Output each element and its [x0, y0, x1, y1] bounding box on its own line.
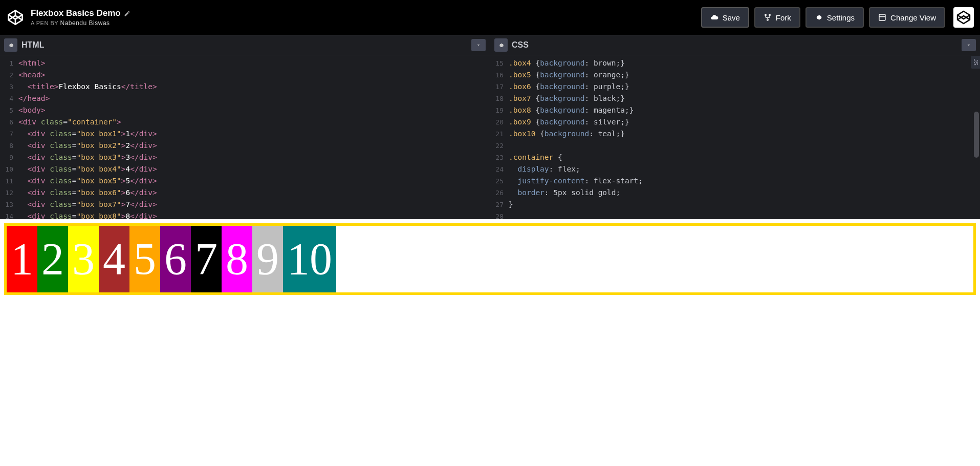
app-header: Flexbox Basics Demo A PEN BY Nabendu Bis… — [0, 0, 980, 35]
code-text: border: 5px solid gold; — [509, 187, 620, 199]
code-line[interactable]: 9 <div class="box box3">3</div> — [0, 152, 490, 163]
code-text: .box7 {background: black;} — [509, 93, 625, 104]
code-line[interactable]: 27} — [490, 199, 980, 210]
flex-box: 8 — [222, 226, 252, 292]
code-line[interactable]: 17.box6 {background: purple;} — [490, 81, 980, 93]
code-line[interactable]: 16.box5 {background: orange;} — [490, 69, 980, 81]
code-text: <body> — [18, 104, 45, 116]
code-text: justify-content: flex-start; — [509, 175, 643, 187]
flex-box: 9 — [252, 226, 283, 292]
code-text: .box9 {background: silver;} — [509, 116, 629, 128]
line-number: 9 — [0, 152, 18, 163]
line-number: 17 — [490, 81, 509, 93]
scrollbar-thumb[interactable] — [974, 112, 979, 158]
gear-icon — [815, 13, 823, 22]
code-line[interactable]: 21.box10 {background: teal;} — [490, 128, 980, 140]
flex-box: 6 — [160, 226, 191, 292]
code-line[interactable]: 19.box8 {background: magenta;} — [490, 104, 980, 116]
code-text: <div class="box box5">5</div> — [18, 175, 157, 187]
html-collapse-button[interactable] — [471, 39, 486, 51]
codepen-logo[interactable] — [6, 8, 25, 27]
save-label: Save — [723, 13, 740, 22]
code-line[interactable]: 2<head> — [0, 69, 490, 81]
code-line[interactable]: 22 — [490, 140, 980, 152]
line-number: 25 — [490, 175, 509, 187]
css-collapse-button[interactable] — [962, 39, 976, 51]
css-panel-header: CSS — [490, 35, 980, 55]
code-text: <div class="box box1">1</div> — [18, 128, 157, 140]
layout-icon — [878, 13, 886, 22]
svg-marker-5 — [957, 11, 970, 24]
code-text: <div class="box box2">2</div> — [18, 140, 157, 152]
css-code-editor[interactable]: 15.box4 {background: brown;}16.box5 {bac… — [490, 55, 980, 219]
code-text: <head> — [18, 69, 45, 81]
code-line[interactable]: 26 border: 5px solid gold; — [490, 187, 980, 199]
line-number: 8 — [0, 140, 18, 152]
chevron-down-icon — [475, 42, 482, 48]
code-text: .box5 {background: orange;} — [509, 69, 629, 81]
html-code-editor[interactable]: 1<html>2<head>3 <title>Flexbox Basics</t… — [0, 55, 490, 219]
line-number: 2 — [0, 69, 18, 81]
flex-box: 2 — [37, 226, 68, 292]
code-text: <html> — [18, 57, 45, 69]
code-text: <div class="box box4">4</div> — [18, 163, 157, 175]
flex-box: 3 — [68, 226, 99, 292]
scrollbar[interactable] — [974, 55, 979, 219]
code-line[interactable]: 11 <div class="box box5">5</div> — [0, 175, 490, 187]
user-avatar[interactable] — [953, 7, 974, 28]
line-number: 6 — [0, 116, 18, 128]
line-number: 5 — [0, 104, 18, 116]
line-number: 7 — [0, 128, 18, 140]
css-panel: CSS 15.box4 {background: brown;}16.box5 … — [490, 35, 980, 219]
code-text: .box8 {background: magenta;} — [509, 104, 634, 116]
code-text: <title>Flexbox Basics</title> — [18, 81, 157, 93]
code-line[interactable]: 12 <div class="box box6">6</div> — [0, 187, 490, 199]
line-number: 26 — [490, 187, 509, 199]
code-line[interactable]: 10 <div class="box box4">4</div> — [0, 163, 490, 175]
gear-icon — [8, 42, 14, 49]
fork-button[interactable]: Fork — [754, 7, 800, 28]
code-line[interactable]: 13 <div class="box box7">7</div> — [0, 199, 490, 210]
code-line[interactable]: 24 display: flex; — [490, 163, 980, 175]
code-line[interactable]: 20.box9 {background: silver;} — [490, 116, 980, 128]
code-text: <div class="box box6">6</div> — [18, 187, 157, 199]
line-number: 11 — [0, 175, 18, 187]
code-text: <div class="box box3">3</div> — [18, 152, 157, 163]
html-settings-button[interactable] — [4, 38, 17, 52]
settings-button[interactable]: Settings — [805, 7, 864, 28]
code-line[interactable]: 18.box7 {background: black;} — [490, 93, 980, 104]
code-line[interactable]: 6<div class="container"> — [0, 116, 490, 128]
pen-title[interactable]: Flexbox Basics Demo — [31, 8, 701, 18]
line-number: 23 — [490, 152, 509, 163]
pen-byline: A PEN BY Nabendu Biswas — [31, 19, 701, 27]
code-line[interactable]: 1<html> — [0, 57, 490, 69]
code-line[interactable]: 25 justify-content: flex-start; — [490, 175, 980, 187]
code-text: <div class="box box8">8</div> — [18, 210, 157, 219]
code-line[interactable]: 8 <div class="box box2">2</div> — [0, 140, 490, 152]
gear-icon — [498, 42, 505, 49]
css-settings-button[interactable] — [494, 38, 508, 52]
code-line[interactable]: 28 — [490, 210, 980, 219]
flex-container: 12345678910 — [4, 223, 976, 295]
code-line[interactable]: 23.container { — [490, 152, 980, 163]
line-number: 19 — [490, 104, 509, 116]
code-line[interactable]: 7 <div class="box box1">1</div> — [0, 128, 490, 140]
author-link[interactable]: Nabendu Biswas — [60, 19, 110, 27]
line-number: 15 — [490, 57, 509, 69]
code-line[interactable]: 15.box4 {background: brown;} — [490, 57, 980, 69]
line-number: 22 — [490, 140, 509, 152]
code-line[interactable]: 14 <div class="box box8">8</div> — [0, 210, 490, 219]
code-line[interactable]: 4</head> — [0, 93, 490, 104]
line-number: 24 — [490, 163, 509, 175]
code-text: .container { — [509, 152, 562, 163]
preview-pane: 12345678910 — [0, 219, 980, 466]
code-line[interactable]: 5<body> — [0, 104, 490, 116]
save-button[interactable]: Save — [701, 7, 749, 28]
js-panel-tab[interactable]: JS — [971, 56, 980, 69]
css-panel-title: CSS — [512, 40, 962, 50]
pen-title-text: Flexbox Basics Demo — [31, 8, 121, 18]
code-line[interactable]: 3 <title>Flexbox Basics</title> — [0, 81, 490, 93]
html-panel: HTML 1<html>2<head>3 <title>Flexbox Basi… — [0, 35, 490, 219]
cloud-icon — [710, 13, 718, 22]
change-view-button[interactable]: Change View — [869, 7, 945, 28]
